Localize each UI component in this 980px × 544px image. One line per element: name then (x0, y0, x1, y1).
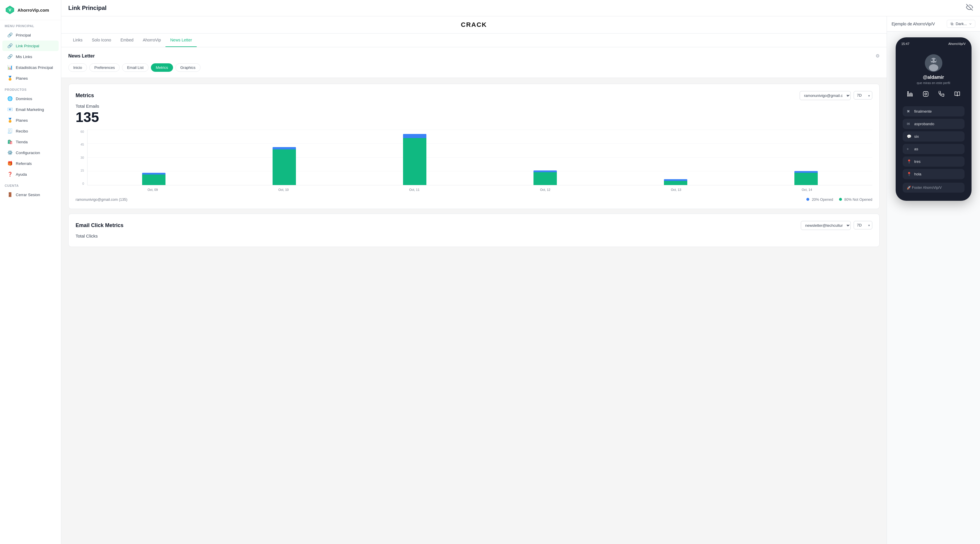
estadisticas-label: Estadisticas Principal (16, 65, 53, 70)
click-email-filter-select[interactable]: newsletter@techcultur (801, 221, 851, 230)
linkedin-icon[interactable] (905, 89, 915, 99)
planes-prod-icon: 🏅 (7, 118, 13, 123)
phone-link-item[interactable]: ✖finalmente (903, 106, 964, 116)
chart-legend: ramonunivigo@gmail.com (135) 20% Opened … (76, 197, 872, 202)
click-period-filter-wrapper: 7D 30D 90D (854, 221, 872, 230)
sidebar-item-configuracion[interactable]: ⚙️Configuracion (2, 147, 59, 158)
cerrar-sesion-label: Cerrar Sesion (16, 192, 40, 197)
opened-dot (807, 198, 809, 201)
phone-content: @aldamir que miras en este perfil (899, 48, 968, 195)
period-filter-select[interactable]: 7D 30D 90D (854, 91, 872, 100)
not-opened-dot (839, 198, 842, 201)
book-icon[interactable] (952, 89, 963, 99)
phone-link-item[interactable]: 💬six (903, 131, 964, 142)
sub-tab-metrics[interactable]: Metrics (151, 63, 173, 72)
planes-prod-label: Planes (16, 118, 28, 122)
svg-point-4 (951, 23, 953, 25)
tab-news-letter[interactable]: News Letter (165, 33, 197, 47)
x-axis-label: Oct, 10 (272, 185, 295, 194)
bar-stack (533, 170, 557, 185)
instagram-icon[interactable] (921, 89, 931, 99)
phone-link-text: six (914, 134, 919, 138)
referrals-icon: 🎁 (7, 161, 13, 166)
sub-tab-graphics[interactable]: Graphics (175, 63, 200, 72)
tab-links[interactable]: Links (68, 33, 87, 47)
sidebar-logo[interactable]: V AhorroVip.com (0, 0, 61, 20)
x-axis-label: Oct, 09 (141, 185, 164, 194)
sidebar-item-email-marketing[interactable]: 📧Email Marketing (2, 104, 59, 115)
tab-embed[interactable]: Embed (116, 33, 138, 47)
principal-label: Principal (16, 33, 31, 37)
email-marketing-label: Email Marketing (16, 107, 44, 112)
topbar: Link Principal (61, 0, 980, 16)
sidebar-item-referrals[interactable]: 🎁Referrals (2, 158, 59, 169)
tab-solo-icono[interactable]: Solo Icono (87, 33, 116, 47)
bar-opened (272, 147, 296, 150)
svg-rect-18 (923, 92, 928, 97)
sidebar-item-recibo[interactable]: 🧾Recibo (2, 126, 59, 136)
metrics-header: Metrics ramonunivigo@gmail.c 7D 30D 90D (76, 91, 872, 100)
sidebar-item-link-principal[interactable]: 🔗Link Principal (2, 41, 59, 51)
phone-link-icon: ✉ (907, 122, 912, 126)
phone-link-item[interactable]: 📍hola (903, 169, 964, 179)
click-metrics-title: Email Click Metrics (76, 223, 123, 229)
legend-items: 20% Opened 80% Not Opened (807, 197, 872, 202)
phone-container: 15:47 AhorroVip/V (887, 32, 980, 544)
dark-toggle-button[interactable]: Dark... (947, 20, 975, 28)
page-title: Link Principal (68, 5, 107, 11)
phone-link-item[interactable]: 📍tres (903, 156, 964, 167)
sidebar-item-cerrar-sesion[interactable]: 🚪Cerrar Sesion (2, 189, 59, 200)
newsletter-title: News Letter (68, 53, 95, 59)
sub-tab-preferences[interactable]: Preferences (89, 63, 120, 72)
bar-group (533, 133, 557, 185)
sub-tabs: InicioPreferencesEmail ListMetricsGraphi… (68, 63, 880, 72)
sub-tab-email-list[interactable]: Email List (122, 63, 148, 72)
recibo-label: Recibo (16, 129, 28, 134)
period-filter-wrapper: 7D 30D 90D (854, 91, 872, 100)
sidebar-item-principal[interactable]: 🔗Principal (2, 30, 59, 40)
profile-avatar (925, 54, 942, 72)
hide-icon[interactable] (966, 4, 973, 12)
menu-principal-label: Menu Principal (0, 20, 61, 29)
email-filter-select[interactable]: ramonunivigo@gmail.c (800, 91, 851, 100)
phone-links: ✖finalmente✉asprobando💬six+as📍tres📍hola (899, 104, 968, 181)
click-metrics-controls: newsletter@techcultur 7D 30D 90D (801, 221, 872, 230)
click-email-filter-wrapper: newsletter@techcultur (801, 221, 851, 230)
phone-link-icon: 📍 (907, 159, 912, 164)
sidebar-item-tienda[interactable]: 🛍️Tienda (2, 137, 59, 147)
metrics-card: Metrics ramonunivigo@gmail.c 7D 30D 90D (68, 84, 880, 209)
link-principal-icon: 🔗 (7, 43, 13, 48)
settings-icon[interactable]: ⚙ (875, 53, 880, 59)
sidebar-item-estadisticas[interactable]: 📊Estadisticas Principal (2, 62, 59, 73)
total-emails-label: Total Emails (76, 103, 872, 108)
sidebar-item-ayuda[interactable]: ❓Ayuda (2, 169, 59, 180)
phone-link-item[interactable]: +as (903, 144, 964, 154)
phone-link-icon: 📍 (907, 172, 912, 176)
sub-tab-inicio[interactable]: Inicio (68, 63, 87, 72)
configuracion-label: Configuracion (16, 151, 40, 155)
preview-banner: CRACK (61, 16, 887, 33)
email-filter-wrapper: ramonunivigo@gmail.c (800, 91, 851, 100)
sidebar-item-mis-links[interactable]: 🔗Mis Links (2, 51, 59, 62)
svg-point-14 (931, 59, 933, 61)
x-axis-label: Oct, 11 (403, 185, 426, 194)
bar-not-opened (403, 138, 426, 185)
planes-label: Planes (16, 76, 28, 81)
sidebar-item-planes-prod[interactable]: 🏅Planes (2, 115, 59, 126)
click-period-filter-select[interactable]: 7D 30D 90D (854, 221, 872, 229)
metrics-controls: ramonunivigo@gmail.c 7D 30D 90D (800, 91, 872, 100)
tab-ahorrovip[interactable]: AhorroVip (138, 33, 165, 47)
legend-email: ramonunivigo@gmail.com (135) (76, 197, 127, 202)
y-axis-label: 30 (81, 156, 84, 159)
phone-icon[interactable] (936, 89, 947, 99)
bar-group (272, 133, 296, 185)
phone-link-item[interactable]: ✉asprobando (903, 119, 964, 129)
bar-stack (794, 171, 818, 185)
chart-bars-area (87, 130, 872, 185)
sidebar-item-dominios[interactable]: 🌐Dominios (2, 93, 59, 104)
bar-opened (403, 134, 426, 138)
phone-footer: 🚀 Footer AhorroVip/V (903, 183, 964, 192)
phone-mockup: 15:47 AhorroVip/V (896, 37, 972, 201)
sidebar-item-planes[interactable]: 🏅Planes (2, 73, 59, 83)
total-emails-value: 135 (76, 110, 872, 125)
